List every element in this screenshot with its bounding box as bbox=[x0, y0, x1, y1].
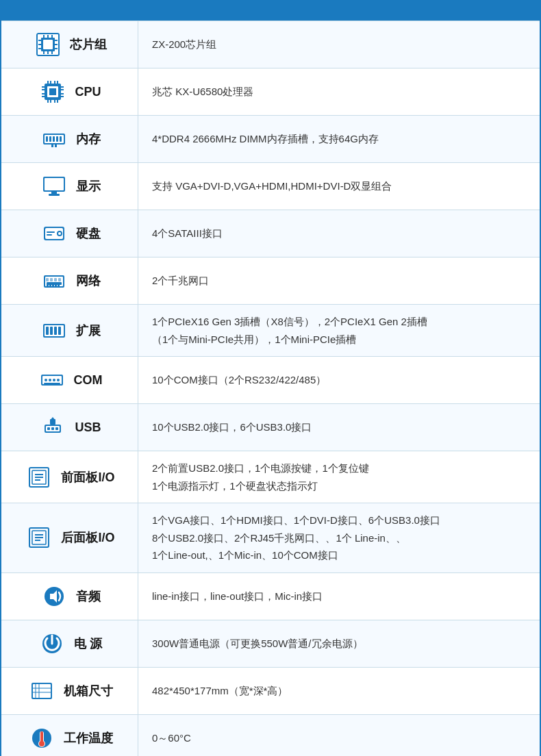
table-title bbox=[1, 1, 540, 21]
svg-rect-39 bbox=[56, 136, 58, 142]
svg-point-75 bbox=[53, 379, 55, 381]
cell-value-audio: line-in接口，line-out接口，Mic-in接口 bbox=[138, 573, 540, 620]
label-text-audio: 音频 bbox=[76, 588, 101, 605]
cell-value-network: 2个千兆网口 bbox=[138, 257, 540, 304]
cell-label-front-io: 前面板I/O bbox=[1, 451, 138, 503]
hdd-icon bbox=[39, 218, 69, 249]
table-row: 机箱尺寸 482*450*177mm（宽*深*高） bbox=[1, 667, 540, 714]
svg-point-107 bbox=[39, 741, 45, 746]
svg-rect-64 bbox=[58, 278, 61, 281]
svg-rect-40 bbox=[60, 136, 62, 142]
svg-rect-2 bbox=[43, 40, 53, 49]
chipset-icon bbox=[33, 29, 63, 60]
table-row: CPU 兆芯 KX-U6580处理器 bbox=[1, 68, 540, 115]
spec-table: 芯片组 ZX-200芯片组 bbox=[0, 0, 541, 756]
svg-rect-82 bbox=[55, 427, 58, 430]
svg-rect-68 bbox=[50, 327, 53, 335]
power-icon bbox=[37, 629, 67, 659]
table-row: COM 10个COM接口（2个RS232/422/485） bbox=[1, 356, 540, 403]
svg-rect-51 bbox=[47, 231, 55, 233]
svg-rect-58 bbox=[52, 284, 54, 288]
svg-rect-38 bbox=[53, 136, 55, 142]
svg-rect-42 bbox=[55, 144, 57, 147]
svg-rect-36 bbox=[46, 136, 48, 142]
audio-icon bbox=[39, 581, 69, 612]
svg-rect-77 bbox=[44, 383, 60, 384]
svg-rect-52 bbox=[47, 234, 52, 236]
cell-value-hdd: 4个SATAIII接口 bbox=[138, 210, 540, 257]
label-text-chipset: 芯片组 bbox=[70, 36, 107, 53]
table-row: 前面板I/O 2个前置USB2.0接口，1个电源按键，1个复位键1个电源指示灯，… bbox=[1, 451, 540, 503]
svg-rect-17 bbox=[49, 88, 56, 95]
svg-rect-70 bbox=[58, 327, 61, 335]
svg-rect-106 bbox=[40, 731, 43, 742]
cell-value-display: 支持 VGA+DVI-D,VGA+HDMI,HDMI+DVI-D双显组合 bbox=[138, 163, 540, 210]
table-row: USB 10个USB2.0接口，6个USB3.0接口 bbox=[1, 403, 540, 451]
svg-rect-59 bbox=[55, 284, 57, 288]
svg-rect-69 bbox=[54, 327, 57, 335]
cell-label-rear-io: 后面板I/O bbox=[1, 503, 138, 572]
label-text-front-io: 前面板I/O bbox=[61, 469, 114, 486]
cell-value-chipset: ZX-200芯片组 bbox=[138, 21, 540, 68]
cell-label-temperature: 工作温度 bbox=[1, 715, 138, 757]
svg-rect-37 bbox=[49, 136, 51, 142]
table-row: 电 源 300W普通电源（可更换550W普通/冗余电源） bbox=[1, 620, 540, 667]
table-row: 硬盘 4个SATAIII接口 bbox=[1, 210, 540, 257]
label-text-hdd: 硬盘 bbox=[76, 225, 101, 242]
display-icon bbox=[39, 171, 69, 201]
label-text-power: 电 源 bbox=[74, 635, 102, 652]
cell-label-power: 电 源 bbox=[1, 620, 138, 667]
cell-value-memory: 4*DDR4 2666MHz DIMM内存插槽，支持64G内存 bbox=[138, 116, 540, 162]
cell-value-rear-io: 1个VGA接口、1个HDMI接口、1个DVI-D接口、6个USB3.0接口8个U… bbox=[138, 503, 540, 572]
cell-label-hdd: 硬盘 bbox=[1, 210, 138, 257]
cell-value-front-io: 2个前置USB2.0接口，1个电源按键，1个复位键1个电源指示灯，1个硬盘状态指… bbox=[138, 451, 540, 503]
cell-label-usb: USB bbox=[1, 404, 138, 451]
com-icon bbox=[37, 365, 67, 395]
label-text-cpu: CPU bbox=[75, 85, 101, 99]
label-text-display: 显示 bbox=[76, 178, 101, 194]
cell-value-cpu: 兆芯 KX-U6580处理器 bbox=[138, 68, 540, 115]
cell-label-chassis: 机箱尺寸 bbox=[1, 668, 138, 714]
panel-icon bbox=[24, 462, 54, 492]
cell-label-network: 网络 bbox=[1, 257, 138, 304]
cell-label-chipset: 芯片组 bbox=[1, 21, 138, 68]
svg-point-50 bbox=[58, 232, 61, 235]
table-row: 工作温度 0～60°C bbox=[1, 714, 540, 757]
table-row: 扩展 1个PCIeX16 Gen 3插槽（X8信号），2个PCIeX1 Gen … bbox=[1, 304, 540, 356]
cell-value-usb: 10个USB2.0接口，6个USB3.0接口 bbox=[138, 404, 540, 451]
label-text-expansion: 扩展 bbox=[76, 323, 101, 339]
memory-icon bbox=[39, 124, 69, 154]
cpu-icon bbox=[38, 77, 68, 107]
cell-value-temperature: 0～60°C bbox=[138, 715, 540, 757]
cell-value-com: 10个COM接口（2个RS232/422/485） bbox=[138, 357, 540, 403]
svg-rect-46 bbox=[49, 194, 60, 196]
svg-point-74 bbox=[49, 379, 51, 381]
svg-rect-57 bbox=[49, 284, 51, 288]
svg-rect-44 bbox=[45, 178, 64, 190]
svg-rect-41 bbox=[51, 144, 53, 147]
label-text-rear-io: 后面板I/O bbox=[61, 529, 114, 546]
svg-rect-62 bbox=[50, 278, 53, 281]
svg-rect-67 bbox=[46, 327, 49, 335]
svg-rect-80 bbox=[47, 427, 50, 430]
svg-rect-81 bbox=[51, 427, 54, 430]
svg-rect-60 bbox=[58, 284, 60, 288]
svg-rect-63 bbox=[54, 278, 57, 281]
cell-label-expansion: 扩展 bbox=[1, 305, 138, 356]
svg-rect-61 bbox=[46, 278, 49, 281]
cell-label-audio: 音频 bbox=[1, 573, 138, 620]
network-icon bbox=[39, 266, 69, 296]
usb-icon bbox=[38, 412, 68, 442]
table-row: 网络 2个千兆网口 bbox=[1, 257, 540, 304]
panel-icon bbox=[24, 522, 54, 553]
expansion-icon bbox=[39, 316, 69, 346]
label-text-temperature: 工作温度 bbox=[64, 730, 113, 746]
table-row: 芯片组 ZX-200芯片组 bbox=[1, 21, 540, 68]
temperature-icon bbox=[27, 723, 57, 753]
table-row: 后面板I/O 1个VGA接口、1个HDMI接口、1个DVI-D接口、6个USB3… bbox=[1, 503, 540, 572]
svg-point-73 bbox=[45, 379, 47, 381]
label-text-network: 网络 bbox=[76, 273, 101, 289]
svg-point-76 bbox=[57, 379, 60, 381]
cell-value-chassis: 482*450*177mm（宽*深*高） bbox=[138, 668, 540, 714]
label-text-com: COM bbox=[74, 373, 103, 388]
